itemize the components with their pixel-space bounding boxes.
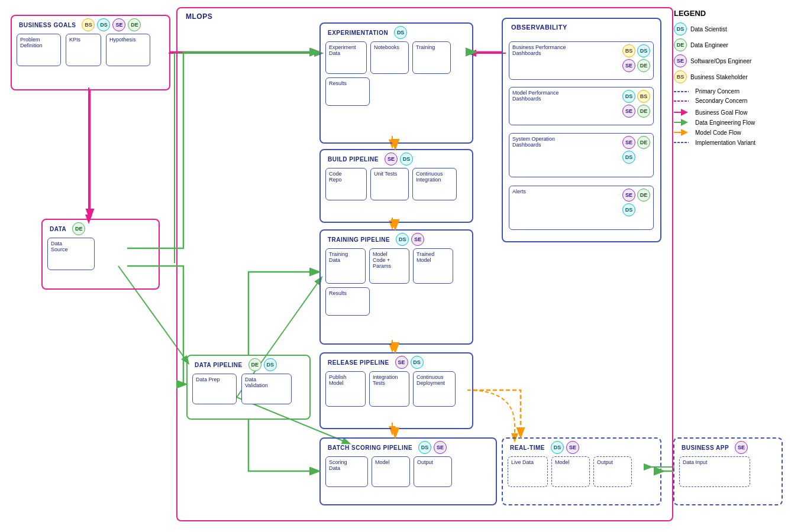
business-perf-dash: Business PerformanceDashboards BS DS SE … [509, 41, 654, 80]
dp-badge-DE: DE [248, 358, 261, 371]
sys-op-dash: System OperationDashboards SE DE DS [509, 133, 654, 177]
alerts-badge-DE: DE [637, 189, 650, 202]
batch-scoring-box: BATCH SCORING PIPELINE DS SE ScoringData… [319, 437, 497, 505]
legend-data-eng-flow: Data Engineering Flow [674, 119, 798, 126]
dp-badge-DS: DS [264, 358, 277, 371]
legend-secondary-concern: Secondary Concern [674, 98, 798, 104]
output-box-bs: Output [414, 456, 452, 487]
sod-badge-SE: SE [622, 136, 635, 149]
bpd-badge-DE: DE [637, 59, 650, 72]
legend-business-goal-flow: Business Goal Flow [674, 109, 798, 116]
rp-badge-DS: DS [411, 356, 424, 369]
batch-title: BATCH SCORING PIPELINE [324, 442, 416, 453]
alerts-box: Alerts SE DE DS [509, 186, 654, 230]
legend-badge-DS: DS [674, 22, 687, 35]
business-goals-box: BUSINESS GOALS BS DS SE DE ProblemDefini… [11, 15, 170, 90]
badge-SE: SE [112, 18, 125, 31]
model-code-params-box: ModelCode +Params [369, 248, 409, 284]
real-time-box: REAL-TIME DS SE Live Data Model Output [502, 437, 661, 505]
training-pipeline-box: TRAINING PIPELINE DS SE TrainingData Mod… [319, 229, 473, 345]
mpd-badge-SE: SE [622, 105, 635, 118]
legend-se: SE Software/Ops Engineer [674, 54, 798, 67]
data-prep-box: Data Prep [192, 374, 237, 404]
notebooks-box: Notebooks [370, 41, 409, 74]
code-repo-box: CodeRepo [325, 168, 367, 200]
model-perf-dash: Model PerformanceDashboards DS BS SE DE [509, 87, 654, 125]
rp-badge-SE: SE [395, 356, 408, 369]
legend-se-label: Software/Ops Engineer [690, 58, 751, 64]
alerts-badge-DS: DS [622, 203, 635, 216]
legend-bs-label: Business Stakeholder [690, 74, 748, 80]
data-input-box: Data Input [679, 456, 750, 487]
legend-badge-SE: SE [674, 54, 687, 67]
legend: LEGEND DS Data Scientist DE Data Enginee… [674, 9, 798, 149]
badge-DE: DE [128, 18, 141, 31]
ci-box: ContinuousIntegration [412, 168, 457, 200]
legend-primary-concern: Primary Concern [674, 88, 798, 95]
tp-badge-DS: DS [396, 233, 409, 246]
data-title: DATA [46, 223, 70, 235]
alerts-badge-SE: SE [622, 189, 635, 202]
legend-de-label: Data Engineer [690, 42, 728, 48]
observability-box: OBSERVABILITY Business PerformanceDashbo… [502, 18, 661, 242]
integration-tests-box: IntegrationTests [369, 371, 409, 407]
model-box-rt: Model [551, 456, 590, 487]
bs-badge-SE: SE [434, 441, 447, 454]
legend-bs: BS Business Stakeholder [674, 70, 798, 83]
data-pipeline-box: DATA PIPELINE DE DS Data Prep DataValida… [186, 355, 311, 420]
legend-secondary-label: Secondary Concern [695, 98, 747, 104]
results-box-exp: Results [325, 77, 370, 106]
training-data-box: TrainingData [325, 248, 366, 284]
mpd-badge-DS: DS [622, 90, 635, 103]
business-goals-title: BUSINESS GOALS [15, 20, 79, 31]
legend-badge-DE: DE [674, 38, 687, 51]
data-validation-box: DataValidation [241, 374, 292, 404]
exp-title: EXPERIMENTATION [324, 27, 392, 38]
bs-badge-DS: DS [418, 441, 431, 454]
experiment-data-box: ExperimentData [325, 41, 367, 74]
legend-business-flow-label: Business Goal Flow [695, 109, 747, 116]
data-source-box: DataSource [47, 238, 95, 270]
training-pipeline-title: TRAINING PIPELINE [324, 234, 393, 245]
legend-primary-label: Primary Concern [695, 88, 740, 95]
business-app-box: BUSINESS APP SE Data Input [673, 437, 783, 505]
exp-badge-DS: DS [394, 26, 407, 39]
build-pipeline-box: BUILD PIPELINE SE DS CodeRepo Unit Tests… [319, 149, 473, 223]
legend-model-flow-label: Model Code Flow [695, 129, 741, 136]
continuous-deployment-box: ContinuousDeployment [413, 371, 456, 407]
release-pipeline-box: RELEASE PIPELINE SE DS PublishModel Inte… [319, 352, 473, 429]
legend-ds-label: Data Scientist [690, 26, 727, 33]
legend-ds: DS Data Scientist [674, 22, 798, 35]
ba-badge-SE: SE [735, 441, 748, 454]
legend-title: LEGEND [674, 9, 798, 18]
data-pipeline-title: DATA PIPELINE [191, 359, 246, 371]
rt-badge-SE: SE [566, 441, 579, 454]
release-title: RELEASE PIPELINE [324, 357, 393, 368]
publish-model-box: PublishModel [325, 371, 366, 407]
build-title: BUILD PIPELINE [324, 154, 382, 165]
business-app-title: BUSINESS APP [678, 442, 732, 453]
trained-model-box: TrainedModel [413, 248, 453, 284]
bpd-badge-BS: BS [622, 44, 635, 57]
mlops-title: MLOPS [182, 10, 216, 23]
model-box-bs: Model [372, 456, 410, 487]
observability-title: OBSERVABILITY [508, 21, 571, 33]
real-time-title: REAL-TIME [506, 442, 548, 453]
build-badge-SE: SE [385, 153, 398, 166]
mpd-badge-BS: BS [637, 90, 650, 103]
sod-badge-DS: DS [622, 151, 635, 164]
bpd-badge-DS: DS [637, 44, 650, 57]
data-box: DATA DE DataSource [41, 219, 160, 290]
legend-de: DE Data Engineer [674, 38, 798, 51]
legend-impl-variant: Implementation Variant [674, 139, 798, 146]
problem-definition-box: ProblemDefinition [17, 34, 61, 66]
output-box-rt: Output [593, 456, 632, 487]
results-box-tp: Results [325, 287, 370, 316]
tp-badge-SE: SE [411, 233, 424, 246]
live-data-box: Live Data [508, 456, 548, 487]
rt-badge-DS: DS [551, 441, 564, 454]
legend-impl-label: Implementation Variant [695, 140, 755, 146]
experimentation-box: EXPERIMENTATION DS ExperimentData Notebo… [319, 22, 473, 144]
legend-data-flow-label: Data Engineering Flow [695, 119, 755, 126]
sod-badge-DE: DE [637, 136, 650, 149]
